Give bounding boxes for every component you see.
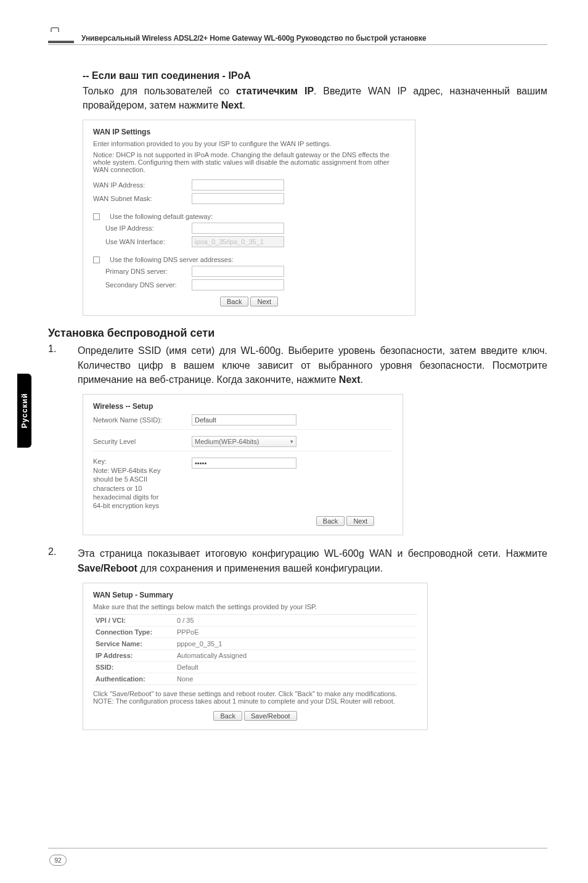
cell-label: Authentication: xyxy=(93,673,174,684)
step-2-text: Эта страница показывает итоговую конфигу… xyxy=(78,546,547,575)
ipoa-para-text-3: . xyxy=(242,100,245,110)
shot1-gw-ip-label: Use IP Address: xyxy=(105,224,186,232)
shot1-use-gw-label: Use the following default gateway: xyxy=(110,213,213,220)
table-row: IP Address:Automatically Assigned xyxy=(93,649,417,661)
shot1-chk-dns[interactable] xyxy=(93,257,100,263)
brand-logo-icon xyxy=(48,33,74,43)
language-side-tab: Русский xyxy=(17,374,31,448)
shot1-wan-mask-label: WAN Subnet Mask: xyxy=(93,195,186,202)
cell-label: IP Address: xyxy=(93,650,174,661)
shot3-foot2: NOTE: The configuration process takes ab… xyxy=(93,697,417,705)
shot2-note: Note: WEP-64bits Key should be 5 ASCII c… xyxy=(93,466,161,510)
cell-label: Service Name: xyxy=(93,638,174,649)
shot1-next-button[interactable]: Next xyxy=(250,297,278,306)
shot3-title: WAN Setup - Summary xyxy=(93,591,417,599)
shot1-chk-gateway[interactable] xyxy=(93,213,100,220)
shot2-next-button[interactable]: Next xyxy=(346,516,374,526)
cell-value: Automatically Assigned xyxy=(174,650,249,661)
step1-pre: Определите SSID (имя сети) для WL-600g. … xyxy=(78,345,547,384)
table-row: Connection Type:PPPoE xyxy=(93,626,417,638)
shot2-sec-select[interactable]: Medium(WEP-64bits)▾ xyxy=(192,436,296,447)
shot1-wan-ip-input[interactable] xyxy=(192,179,284,191)
shot2-title: Wireless -- Setup xyxy=(93,402,393,411)
ipoa-para-text-1: Только для пользователей со xyxy=(83,86,236,96)
step-2-number: 2. xyxy=(48,546,65,575)
ipoa-para-bold-2: Next xyxy=(221,100,243,110)
shot1-gw-ip-input[interactable] xyxy=(192,223,284,234)
cell-value: None xyxy=(174,673,195,684)
step-1-text: Определите SSID (имя сети) для WL-600g. … xyxy=(78,343,547,387)
cell-label: VPI / VCI: xyxy=(93,615,174,626)
shot1-gw-if-input xyxy=(192,236,284,247)
shot1-notice: Notice: DHCP is not supported in IPoA mo… xyxy=(93,151,405,173)
header-product-line: Универсальный Wireless ADSL2/2+ Home Gat… xyxy=(81,34,426,43)
step2-bold: Save/Reboot xyxy=(78,563,137,573)
chevron-down-icon: ▾ xyxy=(290,438,293,445)
step2-pre: Эта страница показывает итоговую конфигу… xyxy=(78,548,547,559)
shot1-wan-ip-label: WAN IP Address: xyxy=(93,181,186,189)
shot2-sec-label: Security Level xyxy=(93,438,186,445)
shot3-intro: Make sure that the settings below match … xyxy=(93,603,417,610)
shot3-save-reboot-button[interactable]: Save/Reboot xyxy=(244,711,297,721)
cell-label: Connection Type: xyxy=(93,626,174,638)
table-row: Authentication:None xyxy=(93,673,417,684)
shot2-sec-value: Medium(WEP-64bits) xyxy=(195,438,259,445)
shot1-dns1-label: Primary DNS server: xyxy=(105,268,186,275)
page-number: 92 xyxy=(49,855,67,866)
footer-rule xyxy=(48,848,547,848)
shot1-dns2-input[interactable] xyxy=(192,279,284,290)
shot1-use-dns-label: Use the following DNS server addresses: xyxy=(110,256,234,263)
ipoa-heading: -- Если ваш тип соединения - IPoA xyxy=(83,70,547,81)
shot2-back-button[interactable]: Back xyxy=(316,516,345,526)
shot3-back-button[interactable]: Back xyxy=(213,711,242,721)
cell-value: PPPoE xyxy=(174,626,201,638)
table-row: Service Name:pppoe_0_35_1 xyxy=(93,638,417,649)
shot1-back-button[interactable]: Back xyxy=(220,297,248,306)
shot2-key-input[interactable] xyxy=(192,458,296,469)
ipoa-para-bold-1: статичечким IP xyxy=(236,86,314,96)
table-row: VPI / VCI:0 / 35 xyxy=(93,615,417,626)
shot3-summary-table: VPI / VCI:0 / 35 Connection Type:PPPoE S… xyxy=(93,614,417,685)
wireless-heading: Установка беспроводной сети xyxy=(48,327,547,340)
ipoa-paragraph: Только для пользователей со статичечким … xyxy=(83,84,547,112)
header-rule xyxy=(48,44,547,45)
shot1-dns1-input[interactable] xyxy=(192,266,284,277)
step1-bold: Next xyxy=(339,374,361,385)
cell-value: 0 / 35 xyxy=(174,615,197,626)
shot2-ssid-label: Network Name (SSID): xyxy=(93,416,186,424)
shot3-foot1: Click "Save/Reboot" to save these settin… xyxy=(93,690,417,697)
shot2-ssid-input[interactable] xyxy=(192,414,296,425)
step2-end: для сохранения и применения вашей конфиг… xyxy=(137,563,383,573)
shot1-title: WAN IP Settings xyxy=(93,128,405,136)
step-1-number: 1. xyxy=(48,343,65,387)
cell-value: Default xyxy=(174,662,201,673)
cell-value: pppoe_0_35_1 xyxy=(174,638,224,649)
shot2-key-label: Key: xyxy=(93,458,186,465)
shot1-dns2-label: Secondary DNS server: xyxy=(105,281,186,289)
cell-label: SSID: xyxy=(93,662,174,673)
table-row: SSID:Default xyxy=(93,661,417,673)
step1-end: . xyxy=(361,374,363,385)
language-side-tab-text: Русский xyxy=(20,393,29,429)
shot1-wan-mask-input[interactable] xyxy=(192,193,284,204)
shot1-intro: Enter information provided to you by you… xyxy=(93,140,405,147)
shot1-gw-if-label: Use WAN Interface: xyxy=(105,238,186,245)
